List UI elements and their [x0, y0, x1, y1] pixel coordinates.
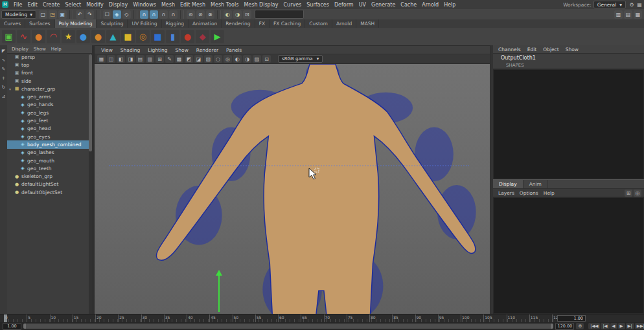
shelf-nurbs-sphere-icon[interactable]: ● [32, 30, 45, 43]
shadows-icon[interactable]: ▨ [253, 55, 261, 63]
snap-to-point-icon[interactable]: ∩ [159, 10, 168, 19]
ao-icon[interactable]: ⊡ [262, 55, 271, 63]
shelf-arc-tool-icon[interactable]: ◠ [47, 30, 60, 43]
resolution-gate-icon[interactable]: ◪ [194, 55, 203, 63]
layer-menu-help[interactable]: Help [541, 190, 557, 196]
shelf-tab-fx-caching[interactable]: FX Caching [270, 19, 305, 28]
menu-mesh[interactable]: Mesh [159, 2, 178, 8]
menu-file[interactable]: File [11, 2, 25, 8]
menu-create[interactable]: Create [40, 2, 63, 8]
panel-menu-view[interactable]: View [97, 47, 117, 53]
shelf-tab-sculpting[interactable]: Sculpting [97, 19, 128, 28]
new-scene-icon[interactable]: ▢ [39, 10, 47, 19]
channel-box-menu-object[interactable]: Object [540, 47, 562, 52]
outliner-menu-help[interactable]: Help [49, 47, 64, 52]
step-forward-key-button[interactable]: ▶| [626, 323, 634, 329]
expand-arrow-icon[interactable]: ▾ [9, 87, 14, 91]
body-mesh-figure[interactable] [140, 64, 477, 314]
attribute-editor-toggle-icon[interactable]: ▥ [614, 10, 623, 19]
select-tool[interactable]: ◤ [0, 47, 7, 56]
paint-select-tool[interactable]: ✎ [0, 65, 7, 74]
shelf-tab-rigging[interactable]: Rigging [162, 19, 189, 28]
range-end-field[interactable]: 120.00 [555, 323, 574, 330]
go-to-end-button[interactable]: ▶▶| [635, 323, 644, 329]
menu-display[interactable]: Display [106, 2, 131, 8]
shelf-tab-poly-modeling[interactable]: Poly Modeling [55, 19, 97, 28]
layer-list[interactable] [493, 197, 644, 314]
select-hierarchy-icon[interactable]: ☐ [103, 10, 111, 19]
grid-icon[interactable]: ▩ [175, 55, 183, 63]
shelf-tab-surfaces[interactable]: Surfaces [25, 19, 54, 28]
current-frame-field[interactable]: 1.00 [557, 315, 586, 322]
layer-menu-layers[interactable]: Layers [496, 190, 517, 196]
shelf-poly-sphere2-icon[interactable]: ● [91, 30, 105, 43]
panel-menu-show[interactable]: Show [172, 47, 192, 53]
shelf-poly-plane-icon[interactable]: ■ [121, 30, 135, 43]
quick-select-field[interactable] [255, 10, 304, 19]
perspective-viewport[interactable]: ViewShadingLightingShowRendererPanels ▦◫… [94, 45, 490, 314]
bookmarks-icon[interactable]: ◨ [126, 55, 135, 63]
viewport-canvas[interactable] [95, 64, 490, 314]
outliner-item-top[interactable]: ▣top [7, 61, 89, 69]
rotate-tool[interactable]: ↻ [0, 83, 7, 92]
view-transform-dropdown[interactable]: sRGB gamma ▾ [278, 55, 323, 63]
new-empty-layer-icon[interactable]: ◎ [634, 190, 641, 197]
layer-menu-options[interactable]: Options [517, 190, 541, 196]
outliner-item-geo-lashes[interactable]: ◈geo_lashes [7, 149, 89, 157]
channel-box-object-name[interactable]: OutputCloth1 [493, 54, 644, 61]
outliner-menu-display[interactable]: Display [9, 47, 31, 52]
shelf-tab-fx[interactable]: FX [255, 19, 270, 28]
wireframe-icon[interactable]: ○ [214, 55, 222, 63]
outliner-item-geo-head[interactable]: ◈geo_head [7, 125, 89, 133]
step-back-key-button[interactable]: |◀ [601, 323, 609, 329]
channel-box-menu-show[interactable]: Show [562, 47, 582, 52]
2d-pan-zoom-icon[interactable]: ▥ [146, 55, 154, 63]
shelf-curve-tool-icon[interactable]: ∿ [17, 30, 30, 43]
animation-preferences-icon[interactable]: ⚙ [576, 323, 584, 329]
play-forward-button[interactable]: ▶ [618, 323, 625, 329]
scale-tool[interactable]: ⊿ [0, 92, 7, 101]
playback-range-slider[interactable] [23, 324, 553, 329]
layer-tab-display[interactable]: Display [493, 180, 523, 188]
menu-set-dropdown[interactable]: Modeling ▾ [1, 10, 36, 19]
playback-range[interactable] [26, 324, 551, 329]
menu-help[interactable]: Help [441, 2, 458, 8]
grease-pencil-icon[interactable]: ✎ [165, 55, 174, 63]
shelf-tab-mash[interactable]: MASH [356, 19, 379, 28]
output-connection-icon[interactable]: ⊘ [196, 10, 205, 19]
menu-curves[interactable]: Curves [281, 2, 304, 8]
menu-modify[interactable]: Modify [84, 2, 106, 8]
range-handle-left[interactable] [23, 324, 26, 329]
camera-attributes-icon[interactable]: ◧ [117, 55, 125, 63]
time-slider[interactable]: 0510152025303540455055606570758085909510… [0, 314, 644, 323]
go-to-start-button[interactable]: |◀◀ [588, 323, 600, 329]
shelf-tab-rendering[interactable]: Rendering [222, 19, 255, 28]
tool-settings-toggle-icon[interactable]: ▤ [624, 10, 632, 19]
outliner-item-side[interactable]: ▣side [7, 77, 89, 85]
menu-windows[interactable]: Windows [130, 2, 159, 8]
shelf-assign-material-icon[interactable]: ◆ [196, 30, 209, 43]
move-tool[interactable]: + [0, 74, 7, 83]
film-gate-icon[interactable]: ◩ [185, 55, 193, 63]
channel-box-toggle-icon[interactable]: ▦ [634, 10, 642, 19]
shelf-material-icon[interactable]: ● [181, 30, 194, 43]
ipr-render-icon[interactable]: ◑ [233, 10, 242, 19]
shelf-tab-uv-editing[interactable]: UV Editing [128, 19, 161, 28]
outliner-item-geo-feet[interactable]: ◈geo_feet [7, 116, 89, 124]
outliner-menu-show[interactable]: Show [31, 47, 49, 52]
shelf-poly-cube-icon[interactable]: ■ [151, 30, 165, 43]
new-layer-icon[interactable]: ⊞ [625, 190, 632, 197]
render-current-frame-icon[interactable]: ◐ [224, 10, 232, 19]
menu-arnold[interactable]: Arnold [419, 2, 441, 8]
translate-y-manipulator-icon[interactable] [216, 270, 222, 276]
step-back-frame-button[interactable]: ◀ [610, 323, 617, 329]
panel-menu-renderer[interactable]: Renderer [192, 47, 222, 53]
menu-mesh-tools[interactable]: Mesh Tools [208, 2, 241, 8]
overscan-icon[interactable]: ⊞ [155, 55, 164, 63]
textured-icon[interactable]: ◐ [233, 55, 242, 63]
outliner-item-geo-mouth[interactable]: ◈geo_mouth [7, 157, 89, 164]
lasso-tool[interactable]: ∿ [0, 56, 7, 65]
layout-icon[interactable]: ▦ [636, 1, 643, 8]
outliner-item-front[interactable]: ▣front [7, 69, 89, 77]
outliner-item-body-mesh-combined[interactable]: ◈body_mesh_combined [7, 140, 89, 148]
